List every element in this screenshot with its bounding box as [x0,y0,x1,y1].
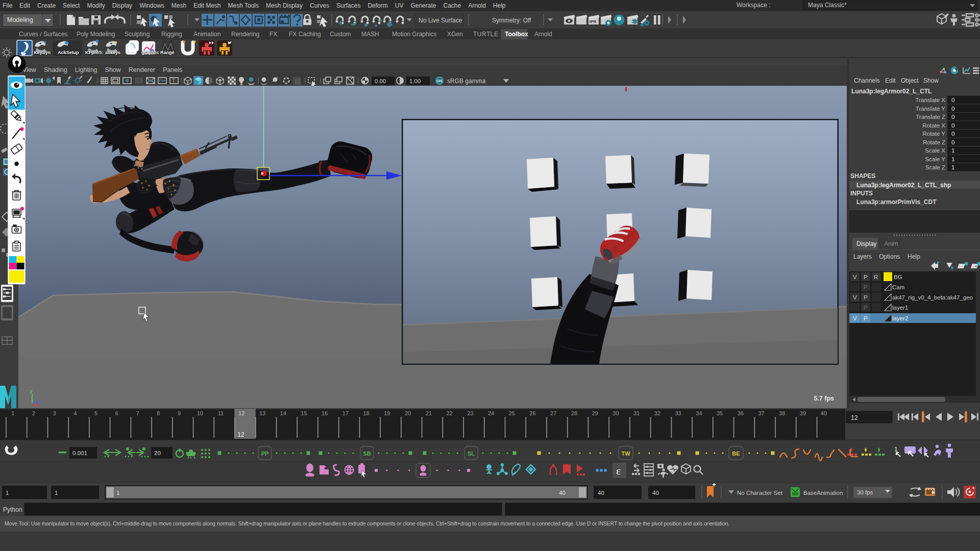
svg-text:1: 1 [951,164,954,170]
svg-text:P: P [864,294,868,300]
svg-text:1: 1 [11,410,14,416]
svg-text:7: 7 [136,410,139,416]
svg-text:21: 21 [426,410,432,416]
svg-text:1: 1 [55,490,58,496]
svg-text:TW: TW [621,450,630,457]
svg-text:No Character Set: No Character Set [737,490,783,496]
svg-text:Show: Show [923,77,939,84]
svg-text:19: 19 [384,410,390,416]
svg-text:12: 12 [237,431,244,438]
svg-text:IPR: IPR [590,19,597,24]
svg-text:0: 0 [951,106,954,112]
svg-text:V: V [853,315,857,321]
svg-text:18: 18 [363,410,369,416]
svg-text:40: 40 [559,490,566,496]
svg-text:layer1: layer1 [892,305,908,311]
svg-text:0: 0 [951,97,954,103]
svg-text:25: 25 [509,410,515,416]
svg-text:12: 12 [851,414,858,421]
svg-text:11: 11 [218,410,224,416]
svg-text:Translate Z: Translate Z [916,114,945,120]
svg-text:Rotate Y: Rotate Y [922,131,945,137]
svg-text:31: 31 [633,410,640,416]
svg-text:Rotate X: Rotate X [922,122,945,129]
svg-text:0.001: 0.001 [72,450,87,456]
svg-text:40: 40 [821,410,827,416]
svg-text:6: 6 [115,410,118,416]
svg-text:0: 0 [951,139,954,145]
svg-text:1: 1 [116,490,119,496]
svg-text:Options: Options [879,253,900,260]
svg-text:34: 34 [696,410,702,416]
svg-text:1: 1 [951,147,954,154]
svg-text:33: 33 [675,410,681,416]
svg-text:22: 22 [446,410,452,416]
svg-text:P: P [864,284,868,290]
svg-text:9: 9 [178,410,181,416]
svg-text:Display: Display [856,240,876,247]
svg-text:15: 15 [301,410,307,416]
svg-text:28: 28 [571,410,577,416]
svg-text:32: 32 [654,410,660,416]
svg-text:layer2: layer2 [892,315,908,321]
svg-text:8: 8 [157,410,160,416]
svg-text:1: 1 [951,156,954,162]
svg-text:x: x [34,402,37,408]
svg-text:Layers: Layers [853,253,872,260]
svg-text:20: 20 [154,450,161,456]
svg-text:13: 13 [259,410,265,416]
svg-text:12: 12 [238,410,244,416]
svg-text:Luna3p:legArmor02_L_CTL_shp: Luna3p:legArmor02_L_CTL_shp [856,182,951,189]
svg-text:BG: BG [894,274,902,280]
svg-text:P: P [864,305,868,311]
svg-text:17: 17 [342,410,349,416]
svg-text:T: T [172,78,175,84]
svg-text:No Live Surface: No Live Surface [419,17,462,24]
svg-text:Scale Z: Scale Z [925,164,945,170]
svg-text:5.7 fps: 5.7 fps [814,395,834,402]
svg-text:16: 16 [322,410,328,416]
svg-text:z: z [40,399,42,405]
svg-text:y: y [30,388,33,394]
svg-text:35: 35 [717,410,723,416]
svg-text:ε: ε [616,464,621,477]
svg-text:Channels: Channels [854,77,880,84]
svg-text:0.00: 0.00 [375,78,386,84]
svg-text:2: 2 [32,410,35,416]
svg-text:R: R [874,274,878,280]
svg-text:INPUTS: INPUTS [850,190,873,197]
svg-text:sRGB gamma: sRGB gamma [447,78,486,85]
svg-text:23: 23 [467,410,473,416]
svg-text:24: 24 [488,410,494,416]
svg-text:37: 37 [758,410,764,416]
svg-text:P: P [864,315,868,321]
svg-text:P: P [864,274,868,280]
svg-text:0: 0 [951,122,954,129]
svg-text:Help: Help [908,253,920,260]
svg-text:Python: Python [3,506,22,513]
svg-text:30: 30 [612,410,619,416]
svg-text:14: 14 [280,410,286,416]
svg-text:ak47_rig_v0_4_beta:ak47_geo: ak47_rig_v0_4_beta:ak47_geo [892,294,973,300]
svg-text:V: V [853,294,857,300]
svg-text:0: 0 [951,131,954,137]
svg-text:Scale Y: Scale Y [925,156,946,162]
svg-text:BE: BE [732,450,740,457]
svg-text:3: 3 [53,410,56,416]
svg-text:38: 38 [779,410,785,416]
svg-text:36: 36 [738,410,744,416]
svg-text:30 fps: 30 fps [857,489,873,495]
svg-text:BaseAnimation: BaseAnimation [803,490,843,496]
svg-text:40: 40 [652,490,659,496]
svg-text:39: 39 [800,410,806,416]
svg-text:Object: Object [901,77,919,84]
svg-text:5: 5 [94,410,97,416]
svg-text:0: 0 [951,114,954,120]
svg-text:Translate Y: Translate Y [916,106,945,112]
svg-text:V: V [853,274,857,280]
svg-text:4: 4 [74,410,77,416]
svg-text:27: 27 [550,410,556,416]
svg-text:GN: GN [437,79,443,83]
svg-text:10: 10 [197,410,203,416]
svg-text:SB: SB [363,450,371,457]
